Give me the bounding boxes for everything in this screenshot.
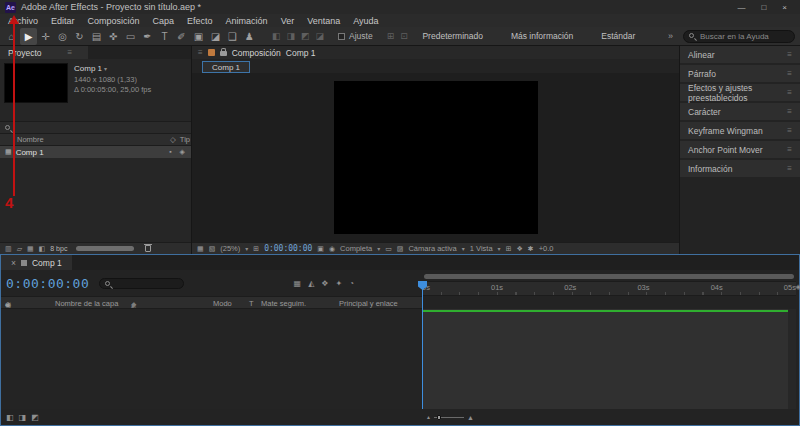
timeline-expand-toggle-icon[interactable]: ◩ bbox=[31, 413, 39, 422]
time-ruler[interactable]: 0s01s02s03s04s05s bbox=[422, 281, 796, 296]
menu-item[interactable]: Composición bbox=[88, 16, 140, 26]
show-channels-icon[interactable]: ◉ bbox=[329, 245, 335, 253]
composition-panel-title[interactable]: Composición bbox=[232, 48, 281, 58]
column-track-matte[interactable]: Mate seguim. bbox=[261, 299, 306, 308]
view-layout-select[interactable]: 1 Vista bbox=[470, 244, 493, 253]
panel-menu-icon[interactable]: ≡ bbox=[787, 50, 792, 59]
panel-menu-icon[interactable]: ≡ bbox=[787, 69, 792, 78]
timeline-toggle-icon[interactable]: ▦ bbox=[294, 279, 302, 288]
hand-tool[interactable]: ✛ bbox=[37, 28, 54, 45]
camera-tool[interactable]: ▤ bbox=[88, 28, 105, 45]
maximize-button[interactable]: □ bbox=[761, 3, 766, 12]
timeline-zoom-control[interactable]: ▲ ▲ bbox=[426, 414, 474, 421]
selection-tool[interactable]: ▶ bbox=[20, 28, 37, 45]
workspace-tab[interactable]: Más información bbox=[511, 31, 573, 41]
zoom-slider[interactable] bbox=[434, 417, 464, 418]
grid-guides-icon[interactable]: ⊞ bbox=[253, 245, 259, 253]
pen-tool[interactable]: ✒ bbox=[139, 28, 156, 45]
timeline-expand-toggle-icon[interactable]: ◨ bbox=[19, 413, 27, 422]
pan-behind-tool[interactable]: ✜ bbox=[105, 28, 122, 45]
column-mode[interactable]: Modo bbox=[213, 299, 232, 308]
timeline-search[interactable] bbox=[99, 278, 184, 289]
workspace-tab[interactable]: Predeterminado bbox=[422, 31, 482, 41]
menu-item[interactable]: Efecto bbox=[187, 16, 213, 26]
collapsed-panel-header[interactable]: Alinear ≡ bbox=[680, 46, 800, 63]
zoom-tool[interactable]: ◎ bbox=[54, 28, 71, 45]
lock-icon[interactable] bbox=[220, 51, 227, 56]
snap-option-icon[interactable]: ⊡ bbox=[400, 31, 408, 41]
eraser-tool[interactable]: ◪ bbox=[207, 28, 224, 45]
resolution-select[interactable]: Completa bbox=[340, 244, 372, 253]
pixel-aspect-icon[interactable]: ⊞ bbox=[506, 245, 512, 253]
panel-menu-icon[interactable]: ≡ bbox=[787, 126, 792, 135]
zoom-out-icon[interactable]: ▲ bbox=[426, 414, 431, 420]
shape-tool[interactable]: ▭ bbox=[122, 28, 139, 45]
close-button[interactable]: × bbox=[782, 3, 787, 12]
orbit-camera-tool[interactable]: ↻ bbox=[71, 28, 88, 45]
track-area[interactable] bbox=[422, 309, 788, 409]
panel-menu-icon[interactable]: ≡ bbox=[787, 107, 792, 116]
snapshot-icon[interactable]: ▣ bbox=[317, 245, 324, 253]
menu-item[interactable]: Animación bbox=[226, 16, 268, 26]
trash-icon[interactable] bbox=[145, 245, 151, 252]
label-color-icon[interactable]: ▪ bbox=[169, 148, 171, 156]
snap-option-icon[interactable]: ⊞ bbox=[387, 31, 395, 41]
workspace-tab[interactable]: Estándar bbox=[601, 31, 635, 41]
project-search[interactable] bbox=[0, 121, 191, 134]
composition-canvas[interactable] bbox=[334, 81, 538, 234]
menu-item[interactable]: Ver bbox=[281, 16, 295, 26]
always-preview-icon[interactable]: ▦ bbox=[197, 245, 204, 253]
collapsed-panel-header[interactable]: Anchor Point Mover ≡ bbox=[680, 141, 800, 158]
lock-column-icon[interactable]: ⊘ bbox=[5, 301, 11, 309]
workspace-overflow-icon[interactable]: » bbox=[668, 31, 673, 41]
column-layer-name[interactable]: Nombre de la capa bbox=[55, 299, 118, 308]
time-navigator[interactable] bbox=[424, 274, 794, 279]
panel-menu-icon[interactable]: ≡ bbox=[787, 164, 792, 173]
composition-viewer[interactable] bbox=[192, 73, 679, 242]
menu-item[interactable]: Ayuda bbox=[353, 16, 378, 26]
timeline-toggle-icon[interactable]: ◔ bbox=[349, 279, 354, 288]
collapsed-panel-header[interactable]: Efectos y ajustes preestablecidos ≡ bbox=[680, 84, 800, 101]
project-panel-tab[interactable]: Proyecto ≡ bbox=[0, 46, 88, 59]
project-footer-icon[interactable]: ▱ bbox=[17, 245, 22, 253]
region-of-interest-icon[interactable]: ▭ bbox=[385, 245, 392, 253]
collapsed-panel-header[interactable]: Párrafo ≡ bbox=[680, 65, 800, 82]
settings-icon[interactable]: ✱ bbox=[528, 245, 534, 253]
timeline-tab-comp1[interactable]: × Comp 1 bbox=[1, 255, 72, 270]
collapsed-panel-header[interactable]: Información ≡ bbox=[680, 160, 800, 177]
help-search-input[interactable] bbox=[683, 30, 795, 43]
viewer-tab-comp1[interactable]: Comp 1 bbox=[202, 61, 250, 73]
column-parent-link[interactable]: Principal y enlace bbox=[339, 299, 398, 308]
comp-marker-icon[interactable]: ◈ bbox=[796, 283, 800, 291]
transparency-grid-icon[interactable]: ▨ bbox=[397, 245, 404, 253]
column-name[interactable]: Nombre bbox=[17, 135, 44, 144]
panel-menu-icon[interactable]: ≡ bbox=[787, 145, 792, 154]
horizontal-scrollbar[interactable] bbox=[76, 246, 134, 251]
magnification-select[interactable]: (25%) bbox=[220, 244, 240, 253]
menu-item[interactable]: Ventana bbox=[307, 16, 340, 26]
close-tab-icon[interactable]: × bbox=[11, 258, 16, 268]
main-viewer-icon[interactable]: ▧ bbox=[209, 245, 216, 253]
timeline-toggle-icon[interactable]: ❖ bbox=[321, 279, 328, 288]
snap-checkbox[interactable] bbox=[338, 33, 345, 40]
panel-grip-icon[interactable]: ≡ bbox=[198, 48, 203, 57]
exposure-value[interactable]: +0.0 bbox=[539, 244, 554, 253]
roto-brush-tool[interactable]: ❑ bbox=[224, 28, 241, 45]
fast-previews-icon[interactable]: ❖ bbox=[517, 245, 523, 253]
project-item-row[interactable]: ▦ Comp 1 ▪ ◈ bbox=[0, 146, 191, 158]
menu-item[interactable]: Capa bbox=[153, 16, 175, 26]
playhead[interactable] bbox=[418, 281, 427, 409]
column-t[interactable]: T bbox=[249, 299, 254, 308]
menu-item[interactable]: Archivo bbox=[8, 16, 38, 26]
type-tool[interactable]: T bbox=[156, 28, 173, 45]
chevron-down-icon[interactable]: ▾ bbox=[104, 66, 107, 72]
layer-list-area[interactable] bbox=[1, 309, 422, 409]
timeline-toggle-icon[interactable]: ◭ bbox=[308, 279, 314, 288]
project-items-area[interactable] bbox=[0, 158, 191, 242]
timeline-timecode[interactable]: 0:00:00:00 bbox=[6, 276, 89, 291]
menu-item[interactable]: Editar bbox=[51, 16, 75, 26]
bit-depth-button[interactable]: 8 bpc bbox=[50, 245, 67, 252]
project-footer-icon[interactable]: ▦ bbox=[27, 245, 34, 253]
minimize-button[interactable]: — bbox=[737, 3, 745, 12]
collapsed-panel-header[interactable]: Keyframe Wingman ≡ bbox=[680, 122, 800, 139]
